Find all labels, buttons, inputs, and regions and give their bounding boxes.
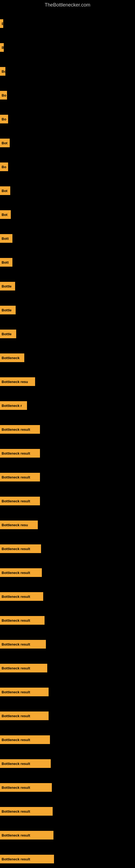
bar-label: Bottleneck result bbox=[0, 807, 53, 816]
bar-row: Bottle bbox=[0, 322, 135, 346]
bar-row: Bottleneck r bbox=[0, 394, 135, 417]
bar-label: Bottleneck bbox=[0, 353, 24, 362]
bar-row: Bottleneck result bbox=[0, 417, 135, 441]
bar-label: Bottleneck result bbox=[0, 664, 47, 673]
bar-label: Bottleneck result bbox=[0, 759, 51, 768]
bar-row: Bottleneck result bbox=[0, 585, 135, 609]
bar-row: Bottleneck result bbox=[0, 441, 135, 465]
bar-row: Bottleneck result bbox=[0, 632, 135, 656]
bar-label: Bottle bbox=[0, 306, 16, 314]
bar-label: Bottleneck result bbox=[0, 688, 49, 696]
bar-label: Bottleneck result bbox=[0, 616, 45, 625]
bar-label: B bbox=[0, 43, 4, 52]
bar-label: Bott bbox=[0, 258, 12, 267]
bar-row: Bott bbox=[0, 250, 135, 274]
bar-label: Bottleneck result bbox=[0, 568, 42, 577]
bar-label: Bottleneck result bbox=[0, 497, 40, 505]
bar-label: Bottleneck resu bbox=[0, 377, 35, 386]
bar-row: Bottleneck result bbox=[0, 537, 135, 561]
bar-row: Bott bbox=[0, 226, 135, 250]
bar-row: Bo bbox=[0, 155, 135, 179]
bar-row: Bottleneck result bbox=[0, 775, 135, 799]
bar-row: Bottleneck result bbox=[0, 465, 135, 489]
bar-label: Bottleneck result bbox=[0, 640, 46, 649]
bar-row: Bottleneck result bbox=[0, 823, 135, 847]
bar-label: Bottleneck result bbox=[0, 735, 50, 744]
bar-label: B bbox=[0, 19, 3, 28]
bar-label: Bot bbox=[0, 210, 11, 219]
bar-row: Bottleneck resu bbox=[0, 370, 135, 394]
bar-label: Bottleneck result bbox=[0, 425, 40, 434]
bar-row: B bbox=[0, 12, 135, 35]
site-title: TheBottlenecker.com bbox=[0, 0, 135, 9]
bar-row: Bottleneck result bbox=[0, 561, 135, 585]
bar-label: Bottleneck result bbox=[0, 473, 40, 482]
bar-row: Bo bbox=[0, 107, 135, 131]
bar-row: Bottleneck result bbox=[0, 728, 135, 752]
bar-label: Bot bbox=[0, 138, 10, 147]
bar-label: Bo bbox=[0, 162, 8, 171]
bar-label: Bottleneck result bbox=[0, 545, 41, 553]
bar-row: Bottleneck result bbox=[0, 799, 135, 823]
bar-label: Bottleneck result bbox=[0, 855, 54, 863]
bar-row: Bottleneck result bbox=[0, 489, 135, 513]
bar-row: Bottleneck result bbox=[0, 704, 135, 728]
bar-label: Bottleneck r bbox=[0, 401, 27, 410]
bars-container: BBBoBoBoBotBoBotBotBottBottBottleBottleB… bbox=[0, 9, 135, 868]
bar-label: Bottleneck result bbox=[0, 592, 43, 601]
bar-row: Bottleneck result bbox=[0, 680, 135, 704]
bar-label: Bottleneck result bbox=[0, 449, 40, 458]
bar-label: Bottleneck result bbox=[0, 831, 53, 839]
bar-label: Bott bbox=[0, 234, 12, 243]
bar-label: Bot bbox=[0, 186, 10, 195]
bar-row: Bottle bbox=[0, 298, 135, 322]
bar-row: Bo bbox=[0, 59, 135, 83]
bar-row: Bot bbox=[0, 179, 135, 203]
bar-row: Bottleneck result bbox=[0, 656, 135, 680]
bar-label: Bottle bbox=[0, 330, 16, 338]
bar-label: Bo bbox=[0, 91, 7, 99]
bar-label: Bottleneck resu bbox=[0, 521, 38, 529]
bar-row: Bottleneck result bbox=[0, 609, 135, 632]
bar-row: Bottleneck result bbox=[0, 752, 135, 775]
bar-row: Bottleneck result bbox=[0, 847, 135, 868]
bar-row: Bot bbox=[0, 203, 135, 226]
bar-label: Bottleneck result bbox=[0, 712, 49, 720]
bar-row: B bbox=[0, 35, 135, 59]
bar-label: Bottle bbox=[0, 282, 15, 290]
bar-row: Bo bbox=[0, 83, 135, 107]
bar-row: Bottleneck resu bbox=[0, 513, 135, 537]
bar-label: Bo bbox=[0, 67, 5, 76]
bar-row: Bot bbox=[0, 131, 135, 155]
bar-row: Bottle bbox=[0, 274, 135, 298]
bar-label: Bottleneck result bbox=[0, 783, 52, 792]
bar-row: Bottleneck bbox=[0, 346, 135, 370]
bar-label: Bo bbox=[0, 115, 8, 123]
